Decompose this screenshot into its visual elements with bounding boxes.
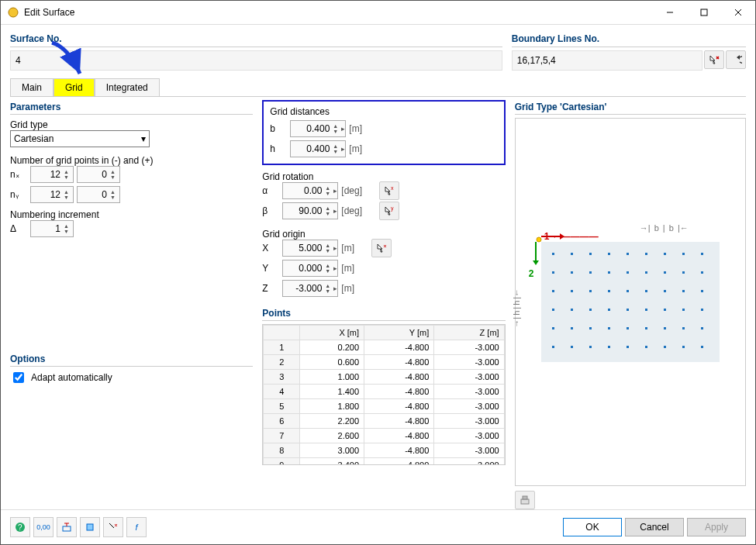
- grid-distances-group: Grid distances b ▲▼▸ [m] h ▲▼▸ [m]: [262, 100, 505, 165]
- reverse-icon[interactable]: [726, 50, 746, 69]
- ny-plus-input[interactable]: ▲▼: [77, 186, 120, 203]
- pick-origin-icon[interactable]: [371, 239, 392, 257]
- incr-label: Numbering increment: [10, 209, 253, 220]
- units-icon[interactable]: 0,00: [33, 517, 54, 537]
- axis2-arrow: [532, 242, 540, 265]
- svg-text:y: y: [391, 205, 394, 212]
- svg-text:?: ?: [18, 523, 22, 532]
- origin-y-label: Y: [262, 263, 279, 274]
- beta-label: β: [262, 205, 279, 216]
- beta-input[interactable]: ▲▼▸: [282, 202, 338, 219]
- grid-points-label: Number of grid points in (-) and (+): [10, 155, 253, 166]
- dim-b: →| b | b |←: [640, 223, 689, 233]
- table-row[interactable]: 62.200-4.800-3.000: [264, 414, 504, 429]
- h-input[interactable]: ▲▼▸: [290, 140, 346, 157]
- minimize-button[interactable]: [653, 1, 687, 24]
- col-z: Z [m]: [434, 326, 504, 340]
- tool-icon-3[interactable]: [103, 517, 123, 537]
- svg-point-0: [9, 8, 18, 17]
- incr-sym: Δ: [10, 223, 27, 234]
- maximize-button[interactable]: [687, 1, 721, 24]
- alpha-input[interactable]: ▲▼▸: [282, 182, 338, 199]
- distances-heading: Grid distances: [270, 106, 497, 117]
- tool-icon-4[interactable]: f: [126, 517, 147, 537]
- axis-2: 2: [529, 268, 534, 279]
- table-row[interactable]: 83.000-4.800-3.000: [264, 443, 504, 458]
- points-table: X [m] Y [m] Z [m] 10.200-4.800-3.00020.6…: [263, 325, 504, 465]
- boundary-label: Boundary Lines No.: [512, 31, 746, 47]
- table-row[interactable]: 41.400-4.800-3.000: [264, 385, 504, 399]
- origin-x-input[interactable]: ▲▼▸: [282, 240, 338, 257]
- tab-integrated[interactable]: Integrated: [95, 78, 160, 96]
- svg-rect-18: [63, 526, 71, 531]
- svg-text:x: x: [391, 185, 394, 191]
- nx-minus-input[interactable]: ▲▼: [30, 166, 74, 183]
- grid-type-select[interactable]: Cartesian ▾: [10, 130, 150, 147]
- parameters-heading: Parameters: [10, 102, 253, 115]
- svg-rect-15: [523, 496, 527, 499]
- table-row[interactable]: 31.000-4.800-3.000: [264, 370, 504, 385]
- origin-marker: [535, 236, 543, 243]
- surface-no-field[interactable]: 4: [10, 50, 502, 71]
- ok-button[interactable]: OK: [563, 518, 622, 536]
- adapt-checkbox[interactable]: [13, 372, 24, 383]
- col-x: X [m]: [300, 326, 364, 340]
- svg-rect-14: [521, 499, 529, 504]
- table-row[interactable]: 51.800-4.800-3.000: [264, 399, 504, 414]
- apply-button[interactable]: Apply: [687, 518, 746, 536]
- tool-icon-1[interactable]: [57, 517, 77, 537]
- svg-point-13: [537, 237, 541, 242]
- origin-z-input[interactable]: ▲▼▸: [282, 280, 338, 297]
- window-title: Edit Surface: [24, 7, 74, 18]
- rotation-heading: Grid rotation: [262, 171, 505, 182]
- preview-tool-icon[interactable]: [515, 491, 535, 509]
- preview-heading: Grid Type 'Cartesian': [515, 102, 746, 115]
- incr-input[interactable]: ▲▼: [30, 220, 74, 237]
- origin-z-label: Z: [262, 283, 279, 294]
- origin-y-input[interactable]: ▲▼▸: [282, 260, 338, 277]
- grid-preview: →| b | b |← 1 ←―――― 2 →| h | h |←: [515, 118, 746, 486]
- grid-type-label: Grid type: [10, 119, 253, 130]
- b-label: b: [270, 123, 287, 134]
- pick-lines-icon[interactable]: [704, 50, 724, 69]
- table-row[interactable]: 20.600-4.800-3.000: [264, 355, 504, 370]
- tool-icon-2[interactable]: [80, 517, 100, 537]
- titlebar: Edit Surface: [1, 1, 755, 25]
- boundary-field[interactable]: 16,17,5,4: [512, 50, 702, 71]
- origin-x-label: X: [262, 243, 279, 254]
- dialog-footer: ? 0,00 f OK Cancel Apply: [1, 509, 755, 544]
- points-heading: Points: [262, 308, 505, 321]
- table-row[interactable]: 93.400-4.800-3.000: [264, 458, 504, 466]
- svg-rect-2: [701, 9, 707, 16]
- grid-dots: [541, 242, 720, 362]
- nx-label: nₓ: [10, 169, 27, 180]
- svg-rect-21: [87, 524, 93, 530]
- table-row[interactable]: 10.200-4.800-3.000: [264, 340, 504, 355]
- close-button[interactable]: [721, 1, 755, 24]
- b-input[interactable]: ▲▼▸: [290, 120, 346, 137]
- adapt-label: Adapt automatically: [31, 372, 112, 383]
- axis1-arrow: [541, 233, 564, 240]
- h-label: h: [270, 143, 287, 154]
- help-icon[interactable]: ?: [10, 517, 30, 537]
- col-y: Y [m]: [364, 326, 434, 340]
- cancel-button[interactable]: Cancel: [625, 518, 684, 536]
- points-table-wrap[interactable]: X [m] Y [m] Z [m] 10.200-4.800-3.00020.6…: [262, 324, 505, 465]
- surface-no-label: Surface No.: [10, 31, 502, 47]
- chevron-down-icon: ▾: [141, 133, 146, 144]
- pick-beta-icon[interactable]: y: [379, 202, 399, 220]
- ny-label: nᵧ: [10, 189, 27, 200]
- tab-bar: Main Grid Integrated: [10, 78, 746, 96]
- origin-heading: Grid origin: [262, 229, 505, 240]
- tab-main[interactable]: Main: [10, 78, 54, 96]
- table-row[interactable]: 72.600-4.800-3.000: [264, 429, 504, 443]
- options-heading: Options: [10, 354, 253, 367]
- nx-plus-input[interactable]: ▲▼: [77, 166, 120, 183]
- ny-minus-input[interactable]: ▲▼: [30, 186, 74, 203]
- pick-alpha-icon[interactable]: x: [379, 181, 399, 200]
- dim-h: →| h | h |←: [512, 288, 521, 328]
- app-icon: [7, 6, 19, 19]
- tab-grid[interactable]: Grid: [54, 78, 95, 96]
- alpha-label: α: [262, 185, 279, 196]
